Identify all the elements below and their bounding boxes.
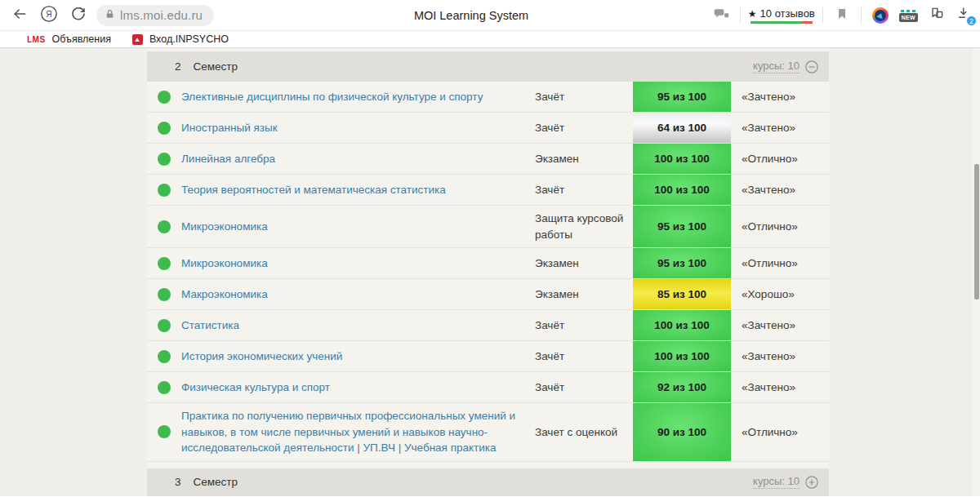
bookmark-flag-icon	[835, 7, 849, 24]
star-icon: ★	[748, 8, 757, 20]
downloads-button[interactable]: 2	[956, 5, 975, 26]
assessment-type-label: Экзамен	[535, 251, 584, 277]
status-dot-icon	[158, 184, 171, 197]
browser-toolbar: Я lms.moi.edu.ru MOI Learning System ★ 1…	[0, 0, 980, 31]
course-rows: Элективные дисциплины по физической куль…	[147, 82, 829, 462]
courses-count-label: курсы: 10	[753, 60, 800, 73]
site-reviews-button[interactable]	[710, 4, 733, 27]
course-row: Теория вероятностей и математическая ста…	[147, 175, 829, 206]
course-row: Линейная алгебра Экзамен 100 из 100 «Отл…	[147, 144, 829, 175]
status-dot-icon	[158, 257, 171, 270]
grade-label: «Зачтено»	[731, 175, 829, 205]
bookmark-item-announcements[interactable]: LMS Объявления	[27, 33, 111, 45]
course-name-link[interactable]: Физическая культура и спорт	[181, 375, 341, 401]
assessment-type-label: Зачёт	[535, 84, 569, 110]
score-badge: 95 из 100	[633, 248, 731, 278]
downloads-count-badge: 2	[966, 16, 977, 26]
screenshot-new-button[interactable]: NEW	[899, 10, 918, 22]
status-dot-icon	[158, 319, 171, 332]
address-bar[interactable]: lms.moi.edu.ru	[96, 5, 214, 26]
scrollbar-track[interactable]	[970, 48, 980, 496]
back-arrow-icon	[11, 6, 28, 25]
score-badge: 95 из 100	[633, 206, 731, 247]
grade-label: «Зачтено»	[731, 372, 829, 402]
semester-number: 3	[175, 476, 181, 488]
assessment-type-label: Экзамен	[535, 146, 584, 172]
yandex-home-button[interactable]: Я	[38, 4, 60, 27]
score-badge: 100 из 100	[633, 341, 731, 371]
course-row: Микроэкономика Защита курсовой работы 95…	[147, 206, 829, 248]
course-row: Практика по получению первичных професси…	[147, 403, 829, 462]
grade-label: «Зачтено»	[731, 113, 829, 143]
semester-title: Семестр	[194, 476, 238, 488]
assessment-type-label: Зачёт	[535, 115, 569, 141]
bookmark-label: Вход.INPSYCHO	[149, 33, 229, 45]
semester-2-header: 2 Семестр курсы: 10	[147, 51, 829, 82]
status-dot-icon	[158, 91, 171, 104]
status-dot-icon	[158, 425, 171, 438]
course-name-link[interactable]: Теория вероятностей и математическая ста…	[181, 177, 457, 203]
toolbar-separator	[861, 7, 862, 24]
course-row: Макроэкономика Экзамен 85 из 100 «Хорошо…	[147, 279, 829, 310]
refresh-button[interactable]	[67, 4, 90, 27]
course-row: Статистика Зачёт 100 из 100 «Зачтено»	[147, 310, 829, 341]
lock-icon	[105, 8, 115, 23]
assessment-type-label: Экзамен	[535, 282, 584, 308]
score-badge: 100 из 100	[633, 144, 731, 174]
bookmark-item-inpsycho[interactable]: Вход.INPSYCHO	[132, 33, 229, 45]
status-dot-icon	[158, 153, 171, 166]
rating-bar	[751, 21, 813, 24]
course-name-link[interactable]: Элективные дисциплины по физической куль…	[181, 84, 494, 110]
score-badge: 92 из 100	[633, 372, 731, 402]
course-name-link[interactable]: Микроэкономика	[181, 214, 279, 240]
course-name-link[interactable]: Микроэкономика	[181, 251, 279, 277]
course-name-link[interactable]: Иностранный язык	[181, 115, 289, 141]
back-button[interactable]	[8, 4, 31, 27]
score-badge: 85 из 100	[633, 279, 731, 309]
score-badge: 100 из 100	[633, 175, 731, 205]
course-name-link[interactable]: Линейная алгебра	[181, 146, 287, 172]
semester-3-expand-control[interactable]: курсы: 10	[753, 475, 819, 490]
toolbar-separator	[740, 7, 741, 24]
collapse-minus-icon	[804, 60, 819, 74]
courses-count-label: курсы: 10	[753, 475, 800, 489]
url-text: lms.moi.edu.ru	[120, 8, 203, 22]
refresh-icon	[70, 6, 87, 25]
page-content: 2 Семестр курсы: 10 Элективные дисциплин…	[0, 48, 980, 496]
status-dot-icon	[158, 122, 171, 135]
assessment-type-label: Защита курсовой работы	[535, 206, 633, 247]
semester-2-collapse-control[interactable]: курсы: 10	[753, 60, 819, 74]
course-name-link[interactable]: История экономических учений	[181, 344, 354, 370]
toolbar-separator	[822, 7, 823, 24]
assessment-type-label: Зачёт	[535, 375, 569, 401]
yandex-logo-icon: Я	[40, 5, 58, 26]
collections-icon	[929, 6, 945, 25]
bookmark-button[interactable]	[831, 4, 853, 27]
collections-button[interactable]	[925, 4, 948, 27]
grade-label: «Зачтено»	[731, 310, 829, 340]
browser-update-button[interactable]	[869, 4, 892, 27]
bookmark-label: Объявления	[52, 33, 111, 45]
score-badge: 90 из 100	[633, 403, 731, 461]
page-title: MOI Learning System	[414, 9, 528, 22]
course-name-link[interactable]: Статистика	[181, 313, 251, 339]
course-row: История экономических учений Зачёт 100 и…	[147, 341, 829, 372]
lms-logo-icon: LMS	[27, 35, 46, 44]
inpsycho-favicon-icon	[132, 34, 143, 45]
grades-table: 2 Семестр курсы: 10 Элективные дисциплин…	[147, 48, 829, 496]
status-dot-icon	[158, 288, 171, 301]
grade-label: «Отлично»	[731, 403, 829, 461]
expand-plus-icon	[804, 475, 819, 490]
course-name-link[interactable]: Макроэкономика	[181, 282, 279, 308]
site-rating-widget[interactable]: ★ 10 отзывов	[748, 7, 815, 24]
score-badge: 64 из 100	[633, 113, 731, 143]
scrollbar-thumb[interactable]	[974, 164, 979, 300]
status-dot-icon	[158, 220, 171, 233]
course-row: Иностранный язык Зачёт 64 из 100 «Зачтен…	[147, 113, 829, 144]
semester-3-header: 3 Семестр курсы: 10	[147, 468, 829, 496]
reviews-count-label: 10 отзывов	[760, 7, 815, 20]
assessment-type-label: Зачёт	[535, 313, 569, 339]
grade-label: «Отлично»	[731, 144, 829, 174]
course-name-link[interactable]: Практика по получению первичных професси…	[181, 403, 535, 461]
assessment-type-label: Зачет с оценкой	[535, 419, 622, 446]
